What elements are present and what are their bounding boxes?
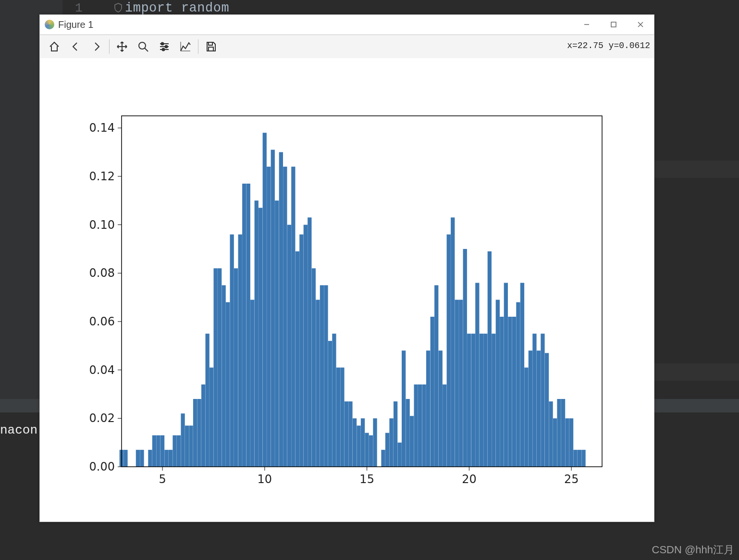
svg-rect-9: [209, 47, 213, 51]
window-title: Figure 1: [58, 19, 93, 30]
svg-rect-53: [308, 217, 311, 467]
svg-rect-44: [271, 150, 275, 467]
svg-rect-117: [573, 450, 577, 467]
window-titlebar[interactable]: Figure 1: [40, 15, 654, 35]
svg-rect-67: [365, 433, 369, 467]
svg-rect-103: [516, 302, 520, 467]
svg-rect-77: [410, 416, 414, 467]
svg-rect-52: [304, 225, 308, 467]
svg-rect-118: [578, 450, 581, 467]
svg-text:10: 10: [258, 473, 272, 486]
svg-text:0.12: 0.12: [89, 170, 115, 183]
svg-rect-37: [242, 184, 246, 467]
svg-rect-38: [246, 184, 250, 467]
svg-rect-16: [156, 436, 160, 467]
svg-rect-110: [545, 353, 549, 467]
svg-rect-85: [443, 385, 446, 467]
svg-rect-56: [320, 285, 324, 467]
toolbar-separator: [109, 39, 110, 54]
svg-rect-71: [385, 433, 389, 467]
back-button[interactable]: [65, 37, 86, 56]
svg-rect-76: [406, 399, 410, 467]
svg-rect-20: [172, 436, 176, 467]
svg-rect-12: [136, 450, 140, 467]
svg-rect-25: [193, 399, 197, 467]
svg-rect-26: [197, 399, 201, 467]
toolbar-separator: [198, 39, 198, 54]
svg-rect-80: [422, 385, 426, 467]
svg-rect-74: [398, 443, 402, 467]
home-button[interactable]: [44, 37, 65, 56]
svg-point-7: [162, 49, 165, 51]
svg-rect-54: [312, 268, 316, 467]
svg-rect-51: [299, 235, 303, 467]
zoom-button[interactable]: [133, 37, 154, 56]
watermark-text: CSDN @hhh江月: [652, 543, 735, 557]
svg-rect-11: [123, 450, 127, 467]
svg-rect-13: [140, 450, 144, 467]
svg-rect-112: [553, 418, 557, 467]
svg-rect-111: [549, 401, 553, 467]
maximize-button[interactable]: [600, 15, 627, 34]
svg-rect-8: [209, 42, 212, 45]
svg-rect-30: [214, 268, 218, 467]
svg-rect-36: [238, 235, 242, 467]
svg-rect-40: [255, 200, 259, 467]
svg-rect-98: [496, 300, 500, 467]
save-button[interactable]: [200, 37, 222, 56]
svg-rect-113: [557, 399, 561, 467]
svg-rect-116: [569, 418, 573, 467]
svg-point-4: [139, 42, 146, 49]
svg-rect-45: [275, 200, 279, 467]
coordinate-readout: x=22.75 y=0.0612: [567, 41, 650, 50]
svg-text:0.10: 0.10: [89, 218, 115, 232]
code-line: import random: [125, 1, 229, 15]
svg-text:20: 20: [462, 473, 477, 486]
svg-rect-93: [475, 283, 479, 467]
svg-rect-109: [541, 334, 544, 467]
svg-rect-102: [512, 317, 516, 467]
pan-button[interactable]: [111, 37, 133, 56]
svg-rect-78: [414, 385, 418, 467]
svg-rect-99: [500, 317, 504, 467]
svg-text:0.02: 0.02: [89, 411, 115, 425]
svg-rect-35: [234, 268, 238, 467]
forward-button[interactable]: [86, 37, 107, 56]
svg-rect-22: [181, 413, 185, 467]
figure-window: Figure 1 x=22.75 y=0.0612 0.000.020.040.…: [39, 14, 654, 522]
svg-rect-94: [480, 334, 483, 467]
svg-rect-83: [434, 285, 438, 467]
plot-canvas[interactable]: 0.000.020.040.060.080.100.120.1451015202…: [40, 58, 654, 522]
svg-rect-46: [279, 152, 283, 467]
minimize-button[interactable]: [573, 15, 600, 34]
svg-rect-27: [201, 385, 205, 467]
svg-rect-104: [520, 283, 524, 467]
line-number: 1: [75, 1, 83, 15]
svg-rect-87: [451, 217, 455, 467]
svg-rect-33: [226, 302, 230, 467]
svg-rect-24: [189, 425, 193, 467]
svg-rect-28: [206, 334, 209, 467]
svg-rect-88: [455, 300, 459, 467]
close-button[interactable]: [627, 15, 654, 34]
edit-axis-button[interactable]: [175, 37, 196, 56]
configure-subplots-button[interactable]: [154, 37, 175, 56]
svg-rect-29: [209, 368, 213, 467]
svg-rect-58: [328, 341, 332, 467]
svg-rect-90: [463, 249, 467, 467]
svg-rect-21: [177, 436, 181, 467]
histogram-chart: 0.000.020.040.060.080.100.120.1451015202…: [40, 58, 654, 522]
svg-rect-55: [316, 300, 320, 467]
svg-rect-115: [565, 418, 569, 467]
svg-text:0.06: 0.06: [89, 315, 115, 328]
svg-rect-82: [431, 317, 434, 467]
svg-rect-89: [459, 300, 463, 467]
svg-rect-61: [340, 368, 344, 467]
svg-rect-31: [218, 268, 222, 467]
svg-text:0.00: 0.00: [89, 460, 115, 473]
svg-rect-1: [611, 22, 616, 27]
svg-rect-114: [561, 399, 565, 467]
svg-text:25: 25: [564, 473, 579, 486]
svg-rect-66: [361, 418, 365, 467]
svg-rect-119: [581, 450, 585, 467]
